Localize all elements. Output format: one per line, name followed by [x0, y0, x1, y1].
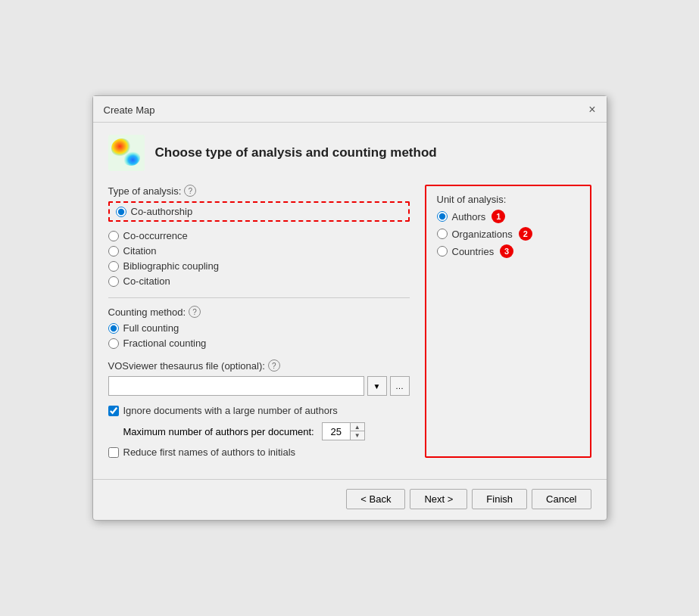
thesaurus-help-icon[interactable]: ? — [268, 359, 280, 372]
thesaurus-dropdown-btn[interactable]: ▼ — [367, 376, 387, 396]
counting-fractional-radio[interactable] — [108, 338, 119, 349]
type-citation[interactable]: Citation — [108, 245, 410, 257]
unit-of-analysis-label: Unit of analysis: — [437, 194, 579, 205]
unit-authors-radio[interactable] — [437, 211, 448, 222]
type-of-analysis-help-icon[interactable]: ? — [184, 185, 196, 197]
unit-authors[interactable]: Authors 1 — [437, 210, 579, 223]
type-citation-radio[interactable] — [108, 246, 119, 257]
spinner-up-btn[interactable]: ▲ — [351, 423, 364, 431]
type-co-authorship[interactable]: Co-authorship — [116, 206, 402, 217]
unit-organizations[interactable]: Organizations 2 — [437, 227, 579, 241]
max-authors-spinner: ▲ ▼ — [322, 422, 365, 440]
type-co-citation[interactable]: Co-citation — [108, 275, 410, 287]
max-authors-row: Maximum number of authors per document: … — [123, 422, 410, 440]
type-co-occurrence[interactable]: Co-occurrence — [108, 230, 410, 241]
svg-point-2 — [122, 149, 140, 166]
co-authorship-selected-wrapper: Co-authorship — [108, 201, 410, 222]
cancel-button[interactable]: Cancel — [532, 489, 591, 509]
reduce-names-checkbox[interactable] — [108, 447, 119, 458]
counting-full[interactable]: Full counting — [108, 322, 410, 334]
unit-organizations-radio[interactable] — [437, 229, 448, 239]
ignore-docs-row: Ignore documents with a large number of … — [108, 405, 410, 416]
counting-full-radio[interactable] — [108, 323, 119, 334]
close-button[interactable]: × — [588, 104, 595, 116]
dialog-title: Create Map — [104, 104, 155, 116]
type-of-analysis-label: Type of analysis: ? — [108, 185, 410, 197]
content-row: Type of analysis: ? Co-authorship Co-occ… — [108, 185, 591, 458]
type-bibliographic-coupling[interactable]: Bibliographic coupling — [108, 260, 410, 272]
dialog-body: Choose type of analysis and counting met… — [93, 123, 607, 467]
thesaurus-browse-btn[interactable]: … — [390, 376, 410, 396]
authors-badge: 1 — [491, 210, 505, 223]
organizations-badge: 2 — [519, 227, 532, 241]
create-map-dialog: Create Map × — [92, 95, 607, 521]
thesaurus-section: VOSviewer thesaurus file (optional): ? ▼… — [108, 359, 410, 396]
header-title: Choose type of analysis and counting met… — [155, 145, 437, 160]
back-button[interactable]: < Back — [346, 489, 405, 509]
max-authors-input[interactable] — [323, 423, 350, 440]
counting-method-help-icon[interactable]: ? — [189, 306, 201, 318]
type-of-analysis-group: Co-authorship Co-occurrence Citation Bib… — [108, 201, 410, 287]
type-co-citation-radio[interactable] — [108, 276, 119, 287]
counting-method-group: Full counting Fractional counting — [108, 322, 410, 349]
finish-button[interactable]: Finish — [472, 489, 527, 509]
counting-method-label: Counting method: ? — [108, 306, 410, 318]
next-button[interactable]: Next > — [410, 489, 467, 509]
checkbox-section: Ignore documents with a large number of … — [108, 405, 410, 458]
type-bibliographic-coupling-radio[interactable] — [108, 261, 119, 272]
left-panel: Type of analysis: ? Co-authorship Co-occ… — [108, 185, 410, 458]
thesaurus-input[interactable] — [108, 376, 364, 396]
header-row: Choose type of analysis and counting met… — [108, 135, 591, 171]
divider-1 — [108, 297, 410, 298]
thesaurus-row: ▼ … — [108, 376, 410, 396]
title-bar: Create Map × — [93, 96, 607, 123]
unit-countries-radio[interactable] — [437, 246, 448, 257]
spinner-arrows: ▲ ▼ — [350, 423, 364, 440]
unit-countries[interactable]: Countries 3 — [437, 244, 579, 258]
unit-of-analysis-panel: Unit of analysis: Authors 1 Organization… — [425, 185, 591, 458]
reduce-names-row: Reduce first names of authors to initial… — [108, 446, 410, 458]
heatmap-icon — [108, 135, 145, 171]
spinner-down-btn[interactable]: ▼ — [351, 431, 364, 440]
thesaurus-label: VOSviewer thesaurus file (optional): ? — [108, 359, 410, 372]
countries-badge: 3 — [500, 244, 513, 258]
type-co-authorship-radio[interactable] — [116, 207, 126, 217]
dialog-footer: < Back Next > Finish Cancel — [93, 479, 607, 520]
ignore-docs-checkbox[interactable] — [108, 406, 119, 416]
type-co-occurrence-radio[interactable] — [108, 231, 119, 241]
counting-fractional[interactable]: Fractional counting — [108, 338, 410, 349]
unit-of-analysis-group: Authors 1 Organizations 2 Countries 3 — [437, 210, 579, 258]
